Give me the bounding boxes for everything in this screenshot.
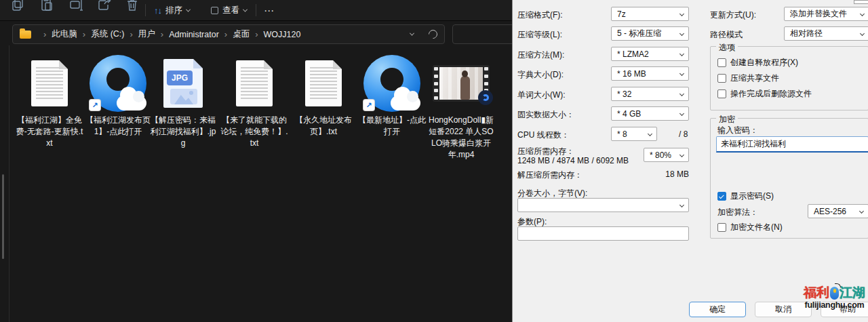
mouse-icon [830, 287, 839, 300]
nav-pane-sliver [0, 45, 9, 322]
file-item[interactable]: ↗ 【福利江湖发布页1】-点此打开 [84, 54, 152, 138]
file-item[interactable]: ↗ 【最新地址】-点此打开 [358, 54, 426, 138]
file-item[interactable]: 【福利江湖】全免费-无套路-更新快.txt [16, 54, 83, 149]
checkbox-encrypt-filenames[interactable]: 加密文件名(N) [717, 222, 783, 233]
memory-usage-values: 1248 MB / 4874 MB / 6092 MB [517, 156, 629, 165]
file-item[interactable]: JPG 【解压密码：来福利江湖找福利】.jpg [149, 54, 217, 149]
chevron-down-icon [679, 203, 684, 207]
checkbox-label: 操作完成后删除源文件 [730, 88, 812, 100]
picture-glyph-icon [170, 89, 197, 104]
algorithm-select[interactable]: AES-256 [808, 204, 868, 218]
file-item[interactable]: 【永久地址发布页】.txt [290, 54, 357, 138]
dictionary-select[interactable]: * 16 MB [611, 66, 689, 81]
address-bar[interactable]: › 此电脑 › 系统 (C:) › 用户 › Administrator › 桌… [12, 24, 445, 44]
view-label: 查看 [222, 5, 239, 16]
video-thumbnail-icon [433, 65, 490, 102]
breadcrumb-separator-icon: › [130, 29, 133, 39]
chevron-down-icon [679, 31, 684, 36]
checkbox-box [717, 89, 726, 98]
checkbox-box [717, 192, 726, 201]
more-options-button[interactable]: ⋯ [264, 0, 275, 21]
watermark-part1: 福利 [804, 285, 829, 300]
breadcrumb-item-c-drive[interactable]: 系统 (C:) [91, 28, 124, 40]
word-size-label: 单词大小(W): [517, 89, 566, 101]
method-select[interactable]: * LZMA2 [611, 47, 689, 61]
memory-percent-select[interactable]: * 80% [644, 148, 689, 162]
view-button[interactable]: 查看 [211, 0, 247, 21]
cpu-threads-select[interactable]: * 8 [611, 127, 657, 141]
format-label: 压缩格式(F): [517, 9, 563, 21]
file-name: 【福利江湖发布页1】-点此打开 [84, 115, 152, 138]
share-icon[interactable] [97, 0, 112, 15]
rename-icon[interactable] [69, 0, 84, 15]
format-select[interactable]: 7z [611, 7, 689, 21]
paste-icon[interactable] [40, 0, 54, 15]
watermark-part2: 江湖 [840, 285, 865, 300]
checkbox-box [717, 58, 726, 67]
shortcut-arrow-icon: ↗ [363, 100, 374, 110]
file-name: 【最新地址】-点此打开 [358, 115, 426, 138]
refresh-icon[interactable] [427, 28, 439, 40]
chevron-down-icon [860, 31, 865, 36]
delete-icon[interactable] [125, 0, 139, 15]
breadcrumb-item-this-pc[interactable]: 此电脑 [52, 28, 77, 40]
parameters-input[interactable] [517, 226, 689, 241]
chevron-down-icon [243, 7, 248, 12]
update-mode-select[interactable]: 添加并替换文件 [784, 7, 868, 21]
breadcrumb-item-desktop[interactable]: 桌面 [233, 28, 250, 40]
decompress-memory-value: 18 MB [648, 169, 689, 179]
file-name: 【来了就能下载的论坛，纯免费！】.txt [220, 115, 288, 149]
password-input[interactable] [716, 136, 868, 153]
split-volume-combo[interactable] [517, 198, 689, 212]
checkbox-create-sfx[interactable]: 创建自释放程序(X) [717, 57, 798, 68]
level-select[interactable]: 5 - 标准压缩 [611, 26, 689, 41]
dictionary-label: 字典大小(D): [517, 69, 564, 81]
view-layout-icon [211, 7, 218, 14]
sort-button[interactable]: ↑↓ 排序 [154, 0, 190, 21]
fulijianghu-watermark: 福利 江湖 fulijianghu.com [800, 285, 868, 310]
folder-icon [20, 31, 31, 39]
watermark-domain: fulijianghu.com [800, 300, 868, 310]
checkbox-show-password[interactable]: 显示密码(S) [717, 190, 774, 202]
checkbox-compress-shared[interactable]: 压缩共享文件 [717, 73, 779, 84]
jpg-file-icon: JPG [163, 59, 203, 108]
word-size-select[interactable]: * 32 [611, 87, 689, 101]
chevron-down-icon [679, 52, 684, 56]
checkbox-box [717, 74, 726, 83]
checkbox-box [717, 223, 726, 232]
scrollbar-thumb[interactable] [2, 174, 4, 259]
screen: ↑↓ 排序 查看 ⋯ › 此电脑 › 系统 (C:) › 用户 › [0, 0, 868, 322]
checkbox-label: 压缩共享文件 [730, 73, 779, 84]
file-item[interactable]: 【来了就能下载的论坛，纯免费！】.txt [220, 54, 288, 149]
breadcrumb-separator-icon: › [43, 29, 46, 39]
path-mode-select[interactable]: 相对路径 [784, 26, 868, 41]
algorithm-label: 加密算法： [717, 207, 758, 218]
cloud-icon [391, 96, 420, 110]
toolbar-separator [145, 4, 146, 16]
solid-block-select[interactable]: * 4 GB [611, 106, 689, 121]
file-item[interactable]: HongKongDoll▮新短番2022 单人SOLO骑乘爆白浆开年.mp4 [427, 54, 495, 161]
shortcut-arrow-icon: ↗ [90, 100, 100, 110]
chevron-down-icon [186, 7, 191, 12]
chevron-down-icon [679, 71, 684, 76]
copy-icon[interactable] [11, 0, 24, 15]
breadcrumb-separator-icon: › [83, 29, 85, 39]
file-explorer-window: ↑↓ 排序 查看 ⋯ › 此电脑 › 系统 (C:) › 用户 › [0, 0, 512, 322]
checkbox-delete-after[interactable]: 操作完成后删除源文件 [717, 88, 812, 100]
breadcrumb-item-administrator[interactable]: Administrator [169, 30, 219, 39]
chevron-down-icon [860, 12, 865, 16]
file-name: 【福利江湖】全免费-无套路-更新快.txt [16, 115, 83, 149]
breadcrumb-item-users[interactable]: 用户 [138, 28, 155, 40]
qq-browser-icon: ↗ [363, 55, 420, 112]
text-file-icon [236, 60, 273, 106]
checkbox-label: 创建自释放程序(X) [730, 57, 798, 68]
file-name: 【永久地址发布页】.txt [290, 115, 357, 138]
sort-arrows-icon: ↑↓ [154, 5, 161, 16]
file-name: HongKongDoll▮新短番2022 单人SOLO骑乘爆白浆开年.mp4 [427, 115, 495, 161]
ok-button[interactable]: 确定 [689, 302, 746, 317]
breadcrumb-item-wojj120[interactable]: WOJJ120 [264, 30, 301, 39]
address-dropdown-chevron-icon[interactable] [410, 31, 414, 36]
explorer-toolbar: ↑↓ 排序 查看 ⋯ [0, 0, 512, 21]
jpg-badge: JPG [167, 71, 193, 85]
chevron-down-icon [679, 92, 684, 96]
